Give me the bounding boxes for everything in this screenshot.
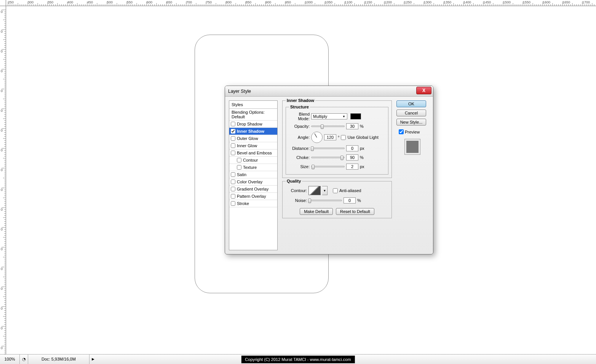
opacity-label: Opacity:: [288, 124, 310, 129]
svg-text:0: 0: [1, 168, 3, 172]
reset-default-button[interactable]: Reset to Default: [336, 208, 374, 215]
label: Inner Glow: [237, 143, 257, 148]
angle-dial[interactable]: [311, 132, 323, 143]
label: Drop Shadow: [237, 122, 262, 126]
drop-shadow-checkbox[interactable]: [231, 122, 235, 126]
svg-text:0: 0: [1, 89, 3, 93]
contour-dropdown[interactable]: ▼: [322, 186, 328, 195]
opacity-input[interactable]: [346, 123, 358, 129]
blend-mode-label: Blend Mode:: [288, 112, 310, 121]
inner-shadow-checkbox[interactable]: [231, 129, 235, 134]
ruler-horizontal[interactable]: 2503003504004505005506006507007508008509…: [6, 0, 596, 6]
doc-size[interactable]: Doc: 5,93M/16,0M: [28, 354, 89, 364]
svg-text:850: 850: [246, 0, 251, 4]
blend-mode-select[interactable]: Multiply ▼: [311, 113, 347, 119]
style-gradient-overlay[interactable]: Gradient Overlay: [229, 186, 277, 193]
anti-aliased-checkbox[interactable]: [333, 188, 338, 193]
size-slider[interactable]: [311, 166, 345, 167]
svg-text:600: 600: [147, 0, 152, 4]
layer-style-dialog: Layer Style X Styles Blending Options: D…: [225, 86, 433, 254]
ok-button[interactable]: OK: [396, 100, 426, 107]
blend-mode-value: Multiply: [313, 114, 327, 119]
label: Gradient Overlay: [237, 187, 268, 191]
svg-text:0: 0: [1, 227, 3, 231]
svg-text:1100: 1100: [345, 0, 352, 4]
distance-input[interactable]: [346, 145, 358, 151]
label: Bevel and Emboss: [237, 151, 272, 155]
svg-text:900: 900: [265, 0, 271, 4]
zoom-level[interactable]: 100%: [0, 354, 20, 364]
stroke-checkbox[interactable]: [231, 201, 235, 206]
inner-glow-checkbox[interactable]: [231, 143, 235, 148]
make-default-button[interactable]: Make Default: [300, 208, 333, 215]
cancel-button[interactable]: Cancel: [396, 110, 426, 116]
style-drop-shadow[interactable]: Drop Shadow: [229, 121, 277, 128]
style-pattern-overlay[interactable]: Pattern Overlay: [229, 193, 277, 200]
shadow-color-swatch[interactable]: [350, 113, 361, 119]
svg-text:0: 0: [1, 267, 3, 271]
gradient-overlay-checkbox[interactable]: [231, 187, 235, 191]
close-button[interactable]: X: [416, 87, 431, 94]
style-outer-glow[interactable]: Outer Glow: [229, 135, 277, 142]
angle-unit: °: [338, 135, 339, 140]
satin-checkbox[interactable]: [231, 172, 235, 177]
label: Inner Shadow: [237, 129, 264, 134]
svg-text:0: 0: [1, 49, 3, 53]
svg-text:1450: 1450: [483, 0, 491, 4]
noise-slider[interactable]: [308, 200, 342, 201]
svg-text:1550: 1550: [523, 0, 530, 4]
noise-input[interactable]: [344, 197, 356, 203]
label: Satin: [237, 172, 246, 177]
svg-text:0: 0: [1, 148, 3, 152]
noise-label: Noise:: [286, 198, 307, 203]
contour-label: Contour:: [286, 188, 307, 193]
preview-checkbox[interactable]: [399, 129, 404, 134]
style-inner-glow[interactable]: Inner Glow: [229, 142, 277, 149]
bevel-emboss-checkbox[interactable]: [231, 151, 235, 155]
svg-text:250: 250: [8, 0, 14, 4]
outer-glow-checkbox[interactable]: [231, 136, 235, 141]
play-icon[interactable]: ▶: [89, 354, 97, 364]
style-texture[interactable]: Texture: [229, 164, 277, 171]
contour-checkbox[interactable]: [237, 158, 241, 162]
color-overlay-checkbox[interactable]: [231, 180, 235, 184]
svg-text:0: 0: [1, 188, 3, 192]
svg-text:800: 800: [226, 0, 232, 4]
style-satin[interactable]: Satin: [229, 171, 277, 178]
label: Contour: [243, 158, 258, 162]
global-light-label: Use Global Light: [347, 135, 378, 140]
svg-text:650: 650: [166, 0, 172, 4]
contour-preview[interactable]: [308, 186, 321, 195]
choke-slider[interactable]: [311, 157, 345, 158]
svg-text:950: 950: [285, 0, 291, 4]
size-input[interactable]: [346, 164, 358, 170]
distance-slider[interactable]: [311, 148, 345, 149]
style-contour[interactable]: Contour: [229, 157, 277, 164]
svg-text:0: 0: [1, 69, 3, 73]
label: Stroke: [237, 201, 249, 206]
style-stroke[interactable]: Stroke: [229, 200, 277, 207]
svg-text:450: 450: [87, 0, 93, 4]
status-icon[interactable]: ◔: [20, 354, 28, 364]
style-inner-shadow[interactable]: Inner Shadow: [229, 128, 277, 135]
svg-text:0: 0: [1, 326, 3, 330]
svg-text:500: 500: [107, 0, 113, 4]
dialog-titlebar[interactable]: Layer Style X: [225, 86, 433, 97]
opacity-slider[interactable]: [311, 126, 345, 127]
style-color-overlay[interactable]: Color Overlay: [229, 178, 277, 186]
distance-unit: px: [360, 146, 364, 151]
svg-text:0: 0: [1, 346, 3, 350]
global-light-checkbox[interactable]: [341, 135, 346, 140]
styles-header[interactable]: Styles: [229, 100, 278, 109]
svg-text:0: 0: [1, 287, 3, 291]
angle-input[interactable]: [324, 134, 336, 140]
pattern-overlay-checkbox[interactable]: [231, 194, 235, 199]
svg-text:1050: 1050: [325, 0, 332, 4]
panel-title: Inner Shadow: [286, 98, 315, 103]
ruler-vertical[interactable]: 000000000000000000: [0, 6, 6, 354]
choke-input[interactable]: [346, 154, 358, 161]
texture-checkbox[interactable]: [237, 165, 241, 170]
style-bevel-emboss[interactable]: Bevel and Emboss: [229, 149, 277, 157]
style-blending-options[interactable]: Blending Options: Default: [229, 109, 277, 121]
new-style-button[interactable]: New Style...: [396, 119, 426, 126]
